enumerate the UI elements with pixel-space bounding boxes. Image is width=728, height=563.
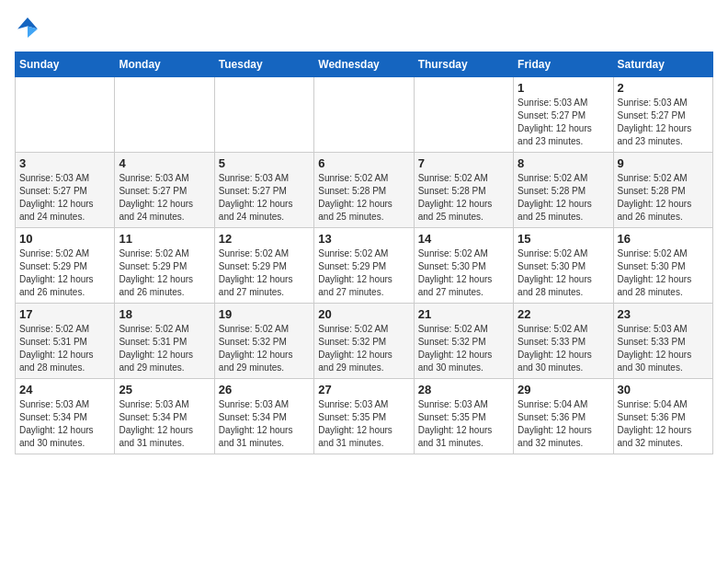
calendar-day-cell: 4Sunrise: 5:03 AM Sunset: 5:27 PM Daylig… xyxy=(115,153,214,228)
day-number: 4 xyxy=(119,156,210,170)
day-number: 13 xyxy=(318,232,409,246)
day-number: 20 xyxy=(318,307,409,321)
day-number: 7 xyxy=(418,156,509,170)
weekday-header-row: SundayMondayTuesdayWednesdayThursdayFrid… xyxy=(16,52,713,77)
day-number: 29 xyxy=(518,383,609,396)
day-info: Sunrise: 5:02 AM Sunset: 5:29 PM Dayligh… xyxy=(318,247,409,299)
day-number: 27 xyxy=(318,383,409,396)
calendar-table: SundayMondayTuesdayWednesdayThursdayFrid… xyxy=(15,52,713,454)
calendar-day-cell: 16Sunrise: 5:02 AM Sunset: 5:30 PM Dayli… xyxy=(613,228,712,304)
weekday-header: Friday xyxy=(514,52,613,77)
calendar-day-cell: 11Sunrise: 5:02 AM Sunset: 5:29 PM Dayli… xyxy=(115,228,214,304)
calendar-day-cell: 14Sunrise: 5:02 AM Sunset: 5:30 PM Dayli… xyxy=(414,228,513,304)
day-number: 18 xyxy=(119,307,210,321)
calendar-day-cell: 2Sunrise: 5:03 AM Sunset: 5:27 PM Daylig… xyxy=(613,77,712,153)
day-number: 10 xyxy=(19,232,110,246)
weekday-header: Monday xyxy=(115,52,214,77)
calendar-day-cell: 5Sunrise: 5:03 AM Sunset: 5:27 PM Daylig… xyxy=(214,153,313,228)
calendar-day-cell: 25Sunrise: 5:03 AM Sunset: 5:34 PM Dayli… xyxy=(115,379,214,454)
calendar-day-cell: 29Sunrise: 5:04 AM Sunset: 5:36 PM Dayli… xyxy=(514,379,613,454)
day-number: 3 xyxy=(19,156,110,170)
day-number: 22 xyxy=(518,307,609,321)
weekday-header: Wednesday xyxy=(314,52,414,77)
day-number: 8 xyxy=(518,156,609,170)
day-info: Sunrise: 5:02 AM Sunset: 5:30 PM Dayligh… xyxy=(618,247,709,299)
day-info: Sunrise: 5:03 AM Sunset: 5:27 PM Dayligh… xyxy=(219,172,310,224)
calendar-day-cell xyxy=(115,77,214,153)
calendar-day-cell: 23Sunrise: 5:03 AM Sunset: 5:33 PM Dayli… xyxy=(613,304,712,379)
day-info: Sunrise: 5:04 AM Sunset: 5:36 PM Dayligh… xyxy=(518,398,609,450)
calendar-week-row: 3Sunrise: 5:03 AM Sunset: 5:27 PM Daylig… xyxy=(16,153,713,228)
day-number: 24 xyxy=(19,383,110,396)
calendar-week-row: 17Sunrise: 5:02 AM Sunset: 5:31 PM Dayli… xyxy=(16,304,713,379)
day-number: 17 xyxy=(19,307,110,321)
day-info: Sunrise: 5:03 AM Sunset: 5:34 PM Dayligh… xyxy=(219,398,310,450)
calendar-day-cell: 19Sunrise: 5:02 AM Sunset: 5:32 PM Dayli… xyxy=(214,304,313,379)
day-number: 9 xyxy=(618,156,709,170)
weekday-header: Thursday xyxy=(414,52,513,77)
day-info: Sunrise: 5:03 AM Sunset: 5:33 PM Dayligh… xyxy=(618,323,709,374)
calendar-day-cell: 22Sunrise: 5:02 AM Sunset: 5:33 PM Dayli… xyxy=(514,304,613,379)
weekday-header: Sunday xyxy=(16,52,115,77)
day-number: 15 xyxy=(518,232,609,246)
calendar-day-cell: 24Sunrise: 5:03 AM Sunset: 5:34 PM Dayli… xyxy=(16,379,115,454)
day-info: Sunrise: 5:02 AM Sunset: 5:32 PM Dayligh… xyxy=(219,323,310,374)
day-number: 1 xyxy=(518,81,609,95)
day-number: 30 xyxy=(618,383,709,396)
calendar-week-row: 10Sunrise: 5:02 AM Sunset: 5:29 PM Dayli… xyxy=(16,228,713,304)
day-number: 2 xyxy=(618,81,709,95)
calendar-day-cell: 28Sunrise: 5:03 AM Sunset: 5:35 PM Dayli… xyxy=(414,379,513,454)
day-number: 19 xyxy=(219,307,310,321)
day-number: 25 xyxy=(119,383,210,396)
calendar-day-cell: 12Sunrise: 5:02 AM Sunset: 5:29 PM Dayli… xyxy=(214,228,313,304)
day-number: 23 xyxy=(618,307,709,321)
calendar-day-cell: 26Sunrise: 5:03 AM Sunset: 5:34 PM Dayli… xyxy=(214,379,313,454)
day-info: Sunrise: 5:02 AM Sunset: 5:32 PM Dayligh… xyxy=(318,323,409,374)
day-info: Sunrise: 5:02 AM Sunset: 5:32 PM Dayligh… xyxy=(418,323,509,374)
calendar-week-row: 1Sunrise: 5:03 AM Sunset: 5:27 PM Daylig… xyxy=(16,77,713,153)
calendar-day-cell xyxy=(414,77,513,153)
calendar-day-cell: 27Sunrise: 5:03 AM Sunset: 5:35 PM Dayli… xyxy=(314,379,414,454)
day-info: Sunrise: 5:02 AM Sunset: 5:30 PM Dayligh… xyxy=(418,247,509,299)
calendar-day-cell: 20Sunrise: 5:02 AM Sunset: 5:32 PM Dayli… xyxy=(314,304,414,379)
day-info: Sunrise: 5:02 AM Sunset: 5:28 PM Dayligh… xyxy=(318,172,409,224)
calendar-day-cell: 17Sunrise: 5:02 AM Sunset: 5:31 PM Dayli… xyxy=(16,304,115,379)
day-number: 14 xyxy=(418,232,509,246)
day-number: 28 xyxy=(418,383,509,396)
day-number: 12 xyxy=(219,232,310,246)
calendar-week-row: 24Sunrise: 5:03 AM Sunset: 5:34 PM Dayli… xyxy=(16,379,713,454)
day-info: Sunrise: 5:03 AM Sunset: 5:27 PM Dayligh… xyxy=(518,97,609,148)
logo-icon xyxy=(15,15,40,40)
day-info: Sunrise: 5:02 AM Sunset: 5:29 PM Dayligh… xyxy=(19,247,110,299)
day-info: Sunrise: 5:02 AM Sunset: 5:33 PM Dayligh… xyxy=(518,323,609,374)
calendar-day-cell: 15Sunrise: 5:02 AM Sunset: 5:30 PM Dayli… xyxy=(514,228,613,304)
weekday-header: Saturday xyxy=(613,52,712,77)
calendar-day-cell: 13Sunrise: 5:02 AM Sunset: 5:29 PM Dayli… xyxy=(314,228,414,304)
calendar-day-cell xyxy=(16,77,115,153)
day-info: Sunrise: 5:03 AM Sunset: 5:34 PM Dayligh… xyxy=(19,398,110,450)
day-info: Sunrise: 5:04 AM Sunset: 5:36 PM Dayligh… xyxy=(618,398,709,450)
day-info: Sunrise: 5:02 AM Sunset: 5:29 PM Dayligh… xyxy=(119,247,210,299)
calendar-day-cell: 9Sunrise: 5:02 AM Sunset: 5:28 PM Daylig… xyxy=(613,153,712,228)
day-number: 5 xyxy=(219,156,310,170)
calendar-day-cell xyxy=(214,77,313,153)
day-info: Sunrise: 5:03 AM Sunset: 5:27 PM Dayligh… xyxy=(119,172,210,224)
day-info: Sunrise: 5:02 AM Sunset: 5:28 PM Dayligh… xyxy=(518,172,609,224)
calendar-day-cell xyxy=(314,77,414,153)
calendar-day-cell: 30Sunrise: 5:04 AM Sunset: 5:36 PM Dayli… xyxy=(613,379,712,454)
calendar-day-cell: 3Sunrise: 5:03 AM Sunset: 5:27 PM Daylig… xyxy=(16,153,115,228)
day-info: Sunrise: 5:02 AM Sunset: 5:28 PM Dayligh… xyxy=(418,172,509,224)
day-info: Sunrise: 5:02 AM Sunset: 5:31 PM Dayligh… xyxy=(119,323,210,374)
day-info: Sunrise: 5:02 AM Sunset: 5:29 PM Dayligh… xyxy=(219,247,310,299)
day-info: Sunrise: 5:02 AM Sunset: 5:31 PM Dayligh… xyxy=(19,323,110,374)
day-info: Sunrise: 5:03 AM Sunset: 5:27 PM Dayligh… xyxy=(618,97,709,148)
day-info: Sunrise: 5:02 AM Sunset: 5:28 PM Dayligh… xyxy=(618,172,709,224)
calendar-day-cell: 21Sunrise: 5:02 AM Sunset: 5:32 PM Dayli… xyxy=(414,304,513,379)
logo xyxy=(15,15,44,40)
day-number: 11 xyxy=(119,232,210,246)
calendar-day-cell: 10Sunrise: 5:02 AM Sunset: 5:29 PM Dayli… xyxy=(16,228,115,304)
day-info: Sunrise: 5:03 AM Sunset: 5:27 PM Dayligh… xyxy=(19,172,110,224)
day-number: 6 xyxy=(318,156,409,170)
day-info: Sunrise: 5:03 AM Sunset: 5:34 PM Dayligh… xyxy=(119,398,210,450)
calendar-day-cell: 6Sunrise: 5:02 AM Sunset: 5:28 PM Daylig… xyxy=(314,153,414,228)
